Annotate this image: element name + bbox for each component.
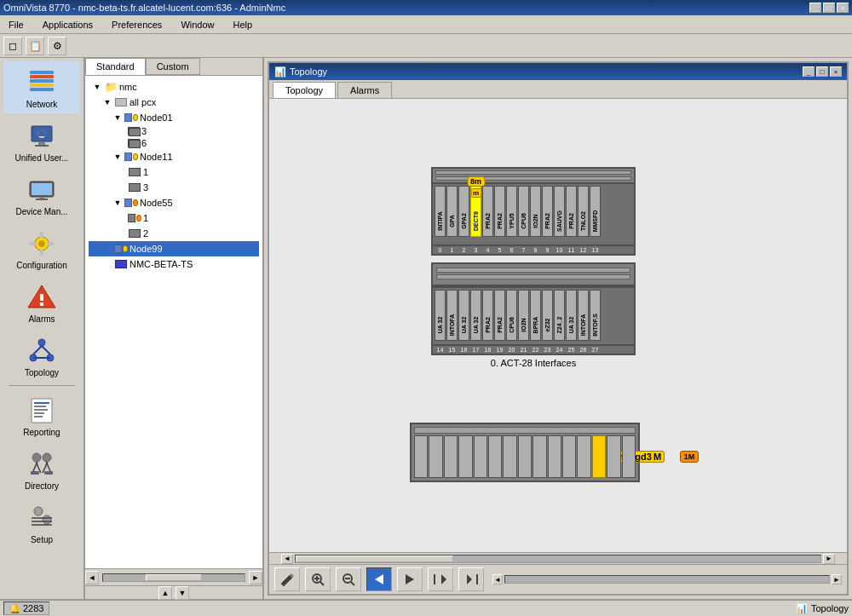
slot-20[interactable]: CPU6 bbox=[506, 290, 517, 341]
tree-node-node01[interactable]: ▼ Node01 bbox=[89, 110, 259, 125]
tree-tab-standard[interactable]: Standard bbox=[85, 58, 146, 75]
tree-scroll-down[interactable]: ► bbox=[249, 571, 262, 584]
slot-8[interactable]: IO2N bbox=[530, 186, 541, 237]
sidebar-item-configuration[interactable]: Configuration bbox=[3, 222, 80, 274]
slot-26[interactable]: INTOFA bbox=[578, 290, 589, 341]
bottom-slot-13[interactable] bbox=[607, 435, 620, 478]
bottom-slot-1[interactable] bbox=[429, 435, 442, 478]
sidebar-item-network[interactable]: Network bbox=[3, 61, 80, 113]
tree-node-node11[interactable]: ▼ Node11 bbox=[89, 149, 259, 164]
slot-9[interactable]: PRA2 bbox=[542, 186, 553, 237]
topology-restore-button[interactable]: □ bbox=[816, 66, 828, 77]
bottom-slot-5[interactable] bbox=[488, 435, 502, 478]
bottom-slot-0[interactable] bbox=[414, 435, 428, 478]
tree-scroll-left[interactable]: ▲ bbox=[158, 586, 172, 600]
tree-node-root[interactable]: ▼ 📁 nmc bbox=[89, 79, 259, 95]
tree-toggle-allpcx[interactable]: ▼ bbox=[102, 97, 112, 107]
topo-forward-button[interactable] bbox=[397, 567, 423, 591]
tree-node-nmcbeta[interactable]: NMC-BETA-TS bbox=[89, 256, 259, 272]
sidebar-item-directory[interactable]: Directory bbox=[3, 443, 80, 495]
bottom-slot-11[interactable] bbox=[577, 435, 590, 478]
slot-18[interactable]: PRA2 bbox=[482, 290, 493, 341]
sidebar-item-topology[interactable]: Topology bbox=[3, 330, 80, 382]
sidebar-item-device[interactable]: Device Man... bbox=[3, 169, 80, 221]
sidebar-item-alarms[interactable]: Alarms bbox=[3, 276, 80, 328]
tree-toggle-root[interactable]: ▼ bbox=[92, 82, 102, 92]
slot-23[interactable]: eZ32 bbox=[542, 290, 553, 341]
topo-home-button[interactable] bbox=[428, 567, 453, 591]
slot-25[interactable]: UA 32 bbox=[566, 290, 577, 341]
slot-24[interactable]: Z24_2 bbox=[554, 290, 565, 341]
tree-node-node01-3[interactable]: 3 bbox=[89, 125, 259, 137]
slot-13[interactable]: MMSFD bbox=[590, 186, 601, 237]
slot-15[interactable]: INTOFA bbox=[446, 290, 458, 341]
close-button[interactable]: × bbox=[837, 3, 849, 13]
slot-3-active[interactable]: 8m m DECT8 bbox=[470, 186, 481, 237]
toolbar-button-3[interactable]: ⚙ bbox=[48, 37, 66, 55]
topo-edit-button[interactable] bbox=[274, 567, 300, 591]
tree-node-node11-1[interactable]: 1 bbox=[89, 164, 259, 180]
bottom-slot-7[interactable] bbox=[518, 435, 532, 478]
sidebar-item-unified[interactable]: ☎ Unified User... bbox=[3, 115, 80, 167]
slot-5[interactable]: PRA2 bbox=[494, 186, 505, 237]
slot-0[interactable]: INTIPA bbox=[435, 186, 446, 237]
bottom-slot-10[interactable] bbox=[562, 435, 576, 478]
tree-node-node55-1[interactable]: 1 bbox=[89, 210, 259, 226]
slot-7[interactable]: CPU6 bbox=[518, 186, 529, 237]
slot-27[interactable]: INTOF.S bbox=[590, 290, 601, 341]
toolbar-button-2[interactable]: 📋 bbox=[26, 37, 44, 55]
topo-zoom-out-button[interactable] bbox=[336, 567, 361, 591]
topo-tab-topology[interactable]: Topology bbox=[273, 82, 336, 98]
slot-19[interactable]: PRA2 bbox=[494, 290, 505, 341]
tree-scrollbar[interactable] bbox=[102, 573, 245, 582]
bottom-slot-6[interactable] bbox=[503, 435, 516, 478]
toolbar-button-1[interactable]: ◻ bbox=[3, 37, 22, 55]
slot-4[interactable]: PRA2 bbox=[482, 186, 493, 237]
slot-2[interactable]: GPA2 bbox=[458, 186, 469, 237]
h-scroll-left-btn[interactable]: ◄ bbox=[281, 554, 293, 564]
tree-node-allpcx[interactable]: ▼ all pcx bbox=[89, 95, 259, 110]
tree-tab-custom[interactable]: Custom bbox=[146, 58, 200, 75]
bottom-slot-8[interactable] bbox=[532, 435, 546, 478]
tree-toggle-node11[interactable]: ▼ bbox=[112, 152, 123, 162]
tree-toggle-node01[interactable]: ▼ bbox=[112, 112, 123, 123]
slot-21[interactable]: IO2N bbox=[518, 290, 529, 341]
bottom-slot-14[interactable] bbox=[622, 435, 636, 478]
tree-toggle-node55[interactable]: ▼ bbox=[112, 198, 123, 208]
maximize-button[interactable]: □ bbox=[823, 3, 835, 13]
tree-node-node55[interactable]: ▼ Node55 bbox=[89, 195, 259, 210]
bottom-slot-4[interactable] bbox=[474, 435, 487, 478]
slot-10[interactable]: SAUVG bbox=[554, 186, 565, 237]
tree-node-node55-2[interactable]: 2 bbox=[89, 226, 259, 241]
h-scrollbar-track[interactable] bbox=[295, 555, 821, 563]
slot-12[interactable]: TNLO2 bbox=[578, 186, 589, 237]
topo-back-button[interactable] bbox=[366, 567, 392, 591]
slot-22[interactable]: BPRA bbox=[530, 290, 541, 341]
tree-scroll-up[interactable]: ◄ bbox=[85, 571, 99, 584]
bottom-slot-9[interactable] bbox=[548, 435, 561, 478]
topo-end-button[interactable] bbox=[458, 567, 484, 591]
menu-window[interactable]: Window bbox=[176, 18, 219, 32]
topo-scroll-left[interactable]: ◄ bbox=[492, 574, 503, 584]
topology-close-button[interactable]: × bbox=[830, 66, 842, 77]
topo-scroll-track[interactable] bbox=[504, 575, 830, 584]
menu-file[interactable]: File bbox=[3, 18, 29, 32]
menu-applications[interactable]: Applications bbox=[37, 18, 98, 32]
minimize-button[interactable]: _ bbox=[809, 3, 821, 13]
sidebar-item-reporting[interactable]: Reporting bbox=[3, 389, 80, 441]
tree-node-node11-3[interactable]: 3 bbox=[89, 180, 259, 195]
slot-17[interactable]: UA 32 bbox=[470, 290, 481, 341]
topology-minimize-button[interactable]: _ bbox=[803, 66, 815, 77]
slot-6[interactable]: YPU5 bbox=[506, 186, 517, 237]
menu-preferences[interactable]: Preferences bbox=[106, 18, 167, 32]
sidebar-item-setup[interactable]: Setup bbox=[3, 497, 80, 549]
bottom-slot-active[interactable]: intmgd3 M 1M bbox=[592, 435, 606, 478]
h-scroll-right-btn[interactable]: ► bbox=[823, 554, 835, 564]
topo-scroll-right[interactable]: ► bbox=[832, 574, 842, 584]
topo-tab-alarms[interactable]: Alarms bbox=[337, 82, 392, 98]
slot-16[interactable]: UA 32 bbox=[458, 290, 469, 341]
bottom-slot-3[interactable] bbox=[458, 435, 472, 478]
topo-zoom-in-button[interactable] bbox=[305, 567, 331, 591]
bottom-slot-2[interactable] bbox=[444, 435, 458, 478]
slot-1[interactable]: GPA bbox=[446, 186, 458, 237]
